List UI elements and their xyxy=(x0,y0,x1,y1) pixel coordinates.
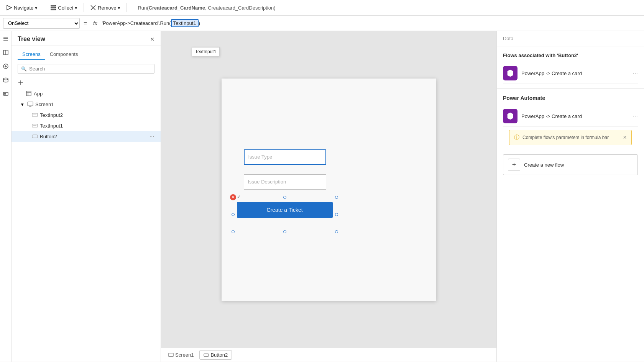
property-selector[interactable]: OnSelect xyxy=(3,18,80,29)
collect-button[interactable]: Collect ▾ xyxy=(47,3,80,12)
issue-type-input[interactable]: Issue Type xyxy=(244,149,326,165)
create-ticket-label: Create a Ticket xyxy=(266,207,302,213)
tree-title: Tree view xyxy=(18,36,45,43)
svg-rect-27 xyxy=(169,353,173,356)
handle-bottom[interactable] xyxy=(283,230,286,233)
button2-tab-icon xyxy=(204,352,209,358)
formula-highlight: TextInput1 xyxy=(171,19,199,27)
tree-item-screen1-label: Screen1 xyxy=(35,102,154,107)
tree-item-textinput2[interactable]: TextInput2 xyxy=(12,110,161,120)
warning-banner: ⓘ Complete flow's parameters in formula … xyxy=(509,130,632,145)
svg-rect-19 xyxy=(28,102,33,106)
button2-wrapper: ✕ ✓ Create a Ticket xyxy=(233,197,337,232)
button2-more-button[interactable]: ··· xyxy=(150,133,154,140)
data-section-stub: Data xyxy=(503,36,638,41)
formula-equals: = xyxy=(82,20,89,27)
sidebar-treeview-icon[interactable] xyxy=(1,48,10,57)
handle-top-right[interactable] xyxy=(335,196,338,199)
handle-right[interactable] xyxy=(335,213,338,216)
tree-item-button2-label: Button2 xyxy=(40,134,148,139)
tree-item-screen1[interactable]: ▾ Screen1 xyxy=(12,99,161,110)
sidebar-icons xyxy=(0,31,12,362)
tree-search-container: 🔍 xyxy=(18,64,154,74)
create-ticket-button[interactable]: Create a Ticket xyxy=(237,202,333,218)
sidebar-insert-icon[interactable] xyxy=(1,62,10,71)
add-icon xyxy=(18,80,24,86)
canvas-inner: Issue Type Issue Description ✕ ✓ Create … xyxy=(161,31,496,348)
navigate-icon xyxy=(6,5,12,11)
remove-label: Remove xyxy=(98,5,116,11)
app-canvas[interactable]: Issue Type Issue Description ✕ ✓ Create … xyxy=(222,79,436,301)
tree-item-textinput1[interactable]: TextInput1 xyxy=(12,120,161,131)
right-divider-1 xyxy=(497,88,644,89)
tree-item-app[interactable]: App xyxy=(12,88,161,99)
toolbar: Navigate ▾ Collect ▾ Remove ▾ Run(Create… xyxy=(0,0,644,16)
canvas-tab-button2-label: Button2 xyxy=(210,352,228,358)
tree-panel: Tree view ✕ Screens Components 🔍 xyxy=(12,31,161,362)
canvas-tab-screen1-label: Screen1 xyxy=(175,352,194,358)
remove-button[interactable]: Remove ▾ xyxy=(87,3,123,12)
handle-top[interactable] xyxy=(283,196,286,199)
tab-screens[interactable]: Screens xyxy=(18,49,45,60)
flow-item-1-more[interactable]: ··· xyxy=(633,70,638,77)
svg-rect-2 xyxy=(51,9,56,10)
app-icon xyxy=(25,90,32,97)
collect-icon xyxy=(50,5,56,11)
svg-rect-16 xyxy=(26,91,31,96)
pa-flow-item-1: PowerApp -> Create a card ··· xyxy=(503,106,638,127)
handle-left[interactable] xyxy=(232,213,235,216)
svg-point-13 xyxy=(4,93,5,95)
search-input[interactable] xyxy=(29,66,151,72)
formula-input-area[interactable]: 'PowerApp->Createacard'.Run( TextInput1 … xyxy=(102,19,641,27)
screen1-chevron: ▾ xyxy=(19,102,25,107)
tree-item-textinput1-label: TextInput1 xyxy=(40,123,154,129)
canvas-tab-screen1[interactable]: Screen1 xyxy=(164,350,198,360)
tree-item-textinput2-label: TextInput2 xyxy=(40,112,154,118)
pa-flow-icon-1 xyxy=(503,109,518,123)
check-icon[interactable]: ✓ xyxy=(237,194,241,200)
tree-item-button2[interactable]: Button2 ··· xyxy=(12,131,161,142)
svg-rect-0 xyxy=(51,5,56,6)
warning-close-button[interactable]: ✕ xyxy=(623,135,627,140)
navigate-label: Navigate xyxy=(14,5,33,11)
tab-components[interactable]: Components xyxy=(45,49,83,60)
create-flow-button[interactable]: + Create a new flow xyxy=(503,154,638,175)
issue-type-placeholder: Issue Type xyxy=(248,154,273,160)
canvas-tab-button2[interactable]: Button2 xyxy=(199,350,232,360)
tree-item-app-label: App xyxy=(34,91,154,97)
tree-close-button[interactable]: ✕ xyxy=(150,36,154,42)
tree-items: App ▾ Screen1 xyxy=(12,88,161,362)
sidebar-data-icon[interactable] xyxy=(1,75,10,85)
button2-icon xyxy=(31,133,38,140)
tree-tabs: Screens Components xyxy=(12,46,161,60)
powerapp-icon-1 xyxy=(506,69,514,77)
flows-associated-section: Flows associated with 'Button2' PowerApp… xyxy=(497,46,644,87)
pa-flow-item-1-more[interactable]: ··· xyxy=(633,113,638,120)
collect-chevron: ▾ xyxy=(75,5,77,11)
svg-rect-1 xyxy=(51,7,56,8)
tree-header: Tree view ✕ xyxy=(12,31,161,46)
add-screen-button[interactable] xyxy=(12,77,161,88)
issue-desc-input[interactable]: Issue Description xyxy=(244,174,326,190)
remove-chevron: ▾ xyxy=(118,5,120,11)
textinput2-icon xyxy=(31,111,38,118)
formula-suffix: ) xyxy=(199,20,200,26)
flows-associated-label: Flows associated with 'Button2' xyxy=(503,52,638,58)
toolbar-divider-1 xyxy=(44,3,44,12)
delete-button[interactable]: ✕ xyxy=(230,194,236,200)
screen-icon xyxy=(27,101,34,108)
navigate-button[interactable]: Navigate ▾ xyxy=(3,3,41,12)
sidebar-media-icon[interactable] xyxy=(1,89,10,98)
formula-bar-container: OnSelect = fx 'PowerApp->Createacard'.Ru… xyxy=(0,16,644,31)
fx-button[interactable]: fx xyxy=(91,20,99,26)
textinput1-icon xyxy=(31,122,38,129)
formula-bar: OnSelect = fx 'PowerApp->Createacard'.Ru… xyxy=(0,16,644,31)
handle-bottom-right[interactable] xyxy=(335,230,338,233)
canvas-tabs: Screen1 Button2 xyxy=(161,348,496,362)
handle-bottom-left[interactable] xyxy=(232,230,235,233)
warning-text: Complete flow's parameters in formula ba… xyxy=(522,135,609,140)
main-layout: Tree view ✕ Screens Components 🔍 xyxy=(0,31,644,362)
flow-item-1-label: PowerApp -> Create a card xyxy=(521,70,629,76)
sidebar-menu-icon[interactable] xyxy=(1,34,10,43)
collect-label: Collect xyxy=(58,5,73,11)
